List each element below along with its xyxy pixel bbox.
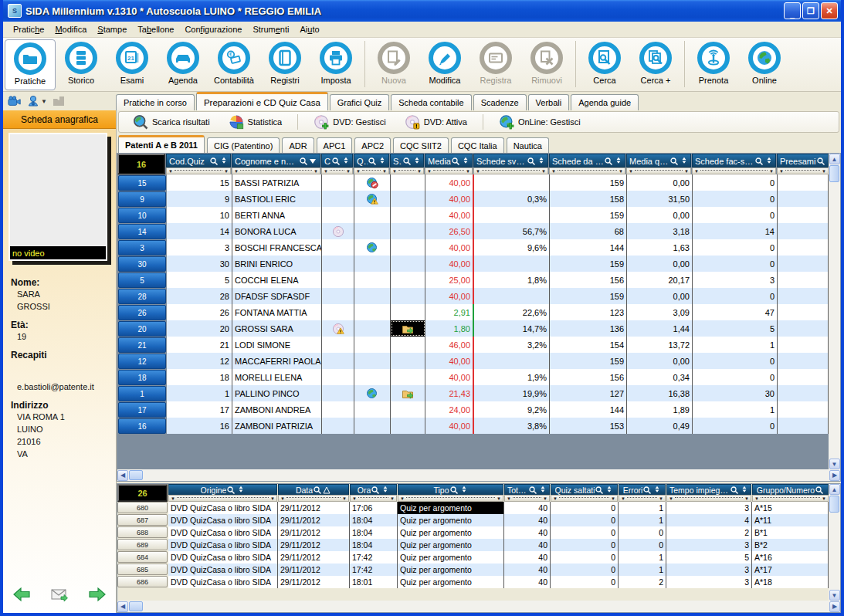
cell-schede-svolte[interactable]: [474, 207, 550, 223]
cell-data[interactable]: 29/11/2012: [278, 564, 350, 576]
column-sort-icon[interactable]: [308, 157, 317, 166]
close-button[interactable]: ✕: [821, 2, 838, 19]
license-tab-apc2[interactable]: APC2: [354, 137, 391, 153]
license-tab-patenti-a-e-b-2011[interactable]: Patenti A e B 2011: [118, 135, 205, 153]
cell-schede-da-fare[interactable]: 159: [550, 288, 627, 304]
toolbar-button-agenda[interactable]: Agenda: [158, 39, 208, 85]
column-header-tipo[interactable]: Tipo▼▼: [398, 484, 503, 502]
column-filter-row[interactable]: ▼▼: [619, 495, 666, 502]
row-selector-button[interactable]: 684: [117, 551, 168, 563]
cell-cod-quiz[interactable]: 28: [167, 288, 232, 304]
filter-arrow-icon[interactable]: ▼: [621, 496, 625, 501]
row-selector-button[interactable]: 686: [117, 576, 168, 587]
cell-cognome-e-nome[interactable]: BASSI PATRIZIA: [232, 174, 322, 191]
cell-schede-fac-simili[interactable]: 0: [693, 418, 778, 434]
cell-schede-status[interactable]: [391, 320, 425, 337]
cell-cognome-e-nome[interactable]: BASTIOLI ERIC: [232, 191, 322, 207]
cell-quiz-saltati[interactable]: 0: [551, 564, 619, 576]
tab-verbali[interactable]: Verbali: [528, 94, 570, 110]
maximize-button[interactable]: ❐: [802, 2, 819, 19]
cell-cd-status[interactable]: [322, 385, 354, 401]
cell-tipo[interactable]: Quiz per argomento: [398, 539, 504, 551]
cell-schede-fac-simili[interactable]: 0: [693, 256, 778, 272]
cell-schede-svolte[interactable]: 1,9%: [474, 369, 550, 385]
cell-preesami[interactable]: [778, 174, 829, 191]
cell-schede-svolte[interactable]: 9,6%: [474, 239, 550, 256]
license-tab-cig-patentino[interactable]: CIG (Patentino): [207, 137, 280, 153]
cell-totale[interactable]: 40: [504, 502, 551, 514]
cell-schede-da-fare[interactable]: 156: [550, 272, 627, 288]
filter-arrow-icon[interactable]: ▼: [553, 496, 558, 501]
column-header-q[interactable]: Q..▼▼: [354, 154, 389, 174]
cell-media-quiz[interactable]: 0,00: [627, 256, 693, 272]
toolbar-button-esami[interactable]: 21Esami: [107, 39, 158, 85]
filter-arrow-icon[interactable]: ▼: [541, 169, 546, 174]
cell-online-status[interactable]: [354, 401, 391, 418]
cell-cognome-e-nome[interactable]: ZAMBONI ANDREA: [232, 401, 322, 418]
cell-media-quiz[interactable]: 20,17: [627, 272, 693, 288]
column-filter-row[interactable]: ▼▼: [752, 495, 829, 502]
column-header-gruppo-numero[interactable]: Gruppo/Numero▼▼: [752, 484, 829, 502]
cell-preesami[interactable]: [778, 191, 829, 207]
column-sort-icon[interactable]: [236, 486, 245, 495]
cell-cod-quiz[interactable]: 9: [167, 191, 232, 207]
license-tab-nautica[interactable]: Nautica: [507, 137, 549, 153]
sessions-table-row-count[interactable]: 26: [117, 484, 168, 502]
row-selector-button[interactable]: 14: [118, 224, 166, 239]
cell-media[interactable]: 40,00: [425, 239, 474, 256]
cell-origine[interactable]: DVD QuizCasa o libro SIDA: [168, 539, 278, 551]
cell-cognome-e-nome[interactable]: PALLINO PINCO: [232, 385, 322, 401]
column-search-icon[interactable]: [451, 157, 460, 166]
toolbar-button-pratiche[interactable]: Pratiche: [5, 39, 56, 90]
cell-quiz-saltati[interactable]: 0: [551, 526, 619, 539]
cell-cd-status[interactable]: [322, 239, 354, 256]
license-tab-cqc-italia[interactable]: CQC Italia: [451, 137, 504, 153]
cell-schede-status[interactable]: [391, 401, 425, 418]
column-header-quiz-saltati[interactable]: Quiz saltati▼▼: [551, 484, 618, 502]
cell-data[interactable]: 29/11/2012: [278, 539, 350, 551]
filter-arrow-icon[interactable]: ▼: [270, 496, 275, 501]
cell-origine[interactable]: DVD QuizCasa o libro SIDA: [168, 551, 278, 564]
cell-media-quiz[interactable]: 13,72: [627, 337, 693, 353]
cell-schede-svolte[interactable]: [474, 256, 550, 272]
cell-schede-fac-simili[interactable]: 0: [693, 239, 778, 256]
cell-schede-status[interactable]: [391, 256, 425, 272]
cell-cd-status[interactable]: [322, 418, 354, 434]
filter-arrow-icon[interactable]: ▼: [234, 169, 239, 174]
cell-media[interactable]: 21,43: [425, 385, 474, 401]
filter-arrow-icon[interactable]: ▼: [744, 496, 749, 501]
cell-origine[interactable]: DVD QuizCasa o libro SIDA: [168, 576, 278, 588]
column-header-c[interactable]: C...▼▼: [321, 154, 353, 174]
cell-media[interactable]: 40,00: [425, 288, 474, 304]
filter-arrow-icon[interactable]: ▼: [543, 496, 547, 501]
column-sort-icon[interactable]: [459, 486, 468, 495]
filter-arrow-icon[interactable]: ▼: [324, 169, 328, 174]
cell-schede-da-fare[interactable]: 159: [550, 256, 627, 272]
cell-cognome-e-nome[interactable]: BERTI ANNA: [232, 207, 322, 223]
cell-cd-status[interactable]: [322, 320, 354, 337]
cell-totale[interactable]: 40: [504, 551, 551, 564]
scroll-down-icon[interactable]: ▼: [829, 590, 840, 601]
cell-media-quiz[interactable]: 16,38: [627, 385, 693, 401]
cell-preesami[interactable]: [778, 320, 829, 337]
column-filter-row[interactable]: ▼▼: [350, 495, 397, 502]
filter-arrow-icon[interactable]: ▼: [619, 169, 623, 174]
column-sort-icon[interactable]: [377, 157, 386, 166]
toolbar-button-online[interactable]: Online: [739, 39, 790, 85]
column-filter-row[interactable]: ▼▼: [354, 168, 389, 174]
students-table-horizontal-scrollbar[interactable]: ◀ ▶: [117, 469, 840, 481]
cell-ora[interactable]: 18:01: [350, 576, 398, 588]
cell-origine[interactable]: DVD QuizCasa o libro SIDA: [168, 564, 278, 576]
cell-quiz-saltati[interactable]: 0: [551, 514, 619, 526]
column-sort-icon[interactable]: [380, 486, 389, 495]
column-search-icon[interactable]: [528, 486, 537, 495]
cell-media-quiz[interactable]: 1,63: [627, 239, 693, 256]
cell-errori[interactable]: 1: [619, 564, 666, 576]
scroll-left-icon[interactable]: ◀: [117, 470, 128, 481]
cell-cod-quiz[interactable]: 26: [167, 304, 232, 320]
cell-cognome-e-nome[interactable]: ZAMBONI PATRIZIA: [232, 418, 322, 434]
column-search-icon[interactable]: [402, 157, 412, 166]
filter-arrow-icon[interactable]: ▼: [669, 496, 673, 501]
cell-online-status[interactable]: [354, 239, 391, 256]
subtoolbar-button-statistica[interactable]: Statistica: [221, 114, 290, 130]
